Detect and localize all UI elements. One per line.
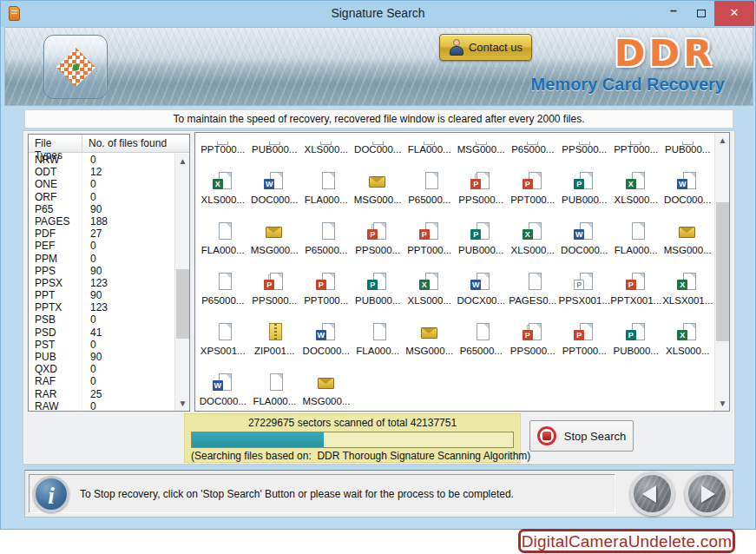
table-row[interactable]: PUB90 <box>29 351 174 363</box>
recovered-file-item[interactable]: PPPT000... <box>559 307 611 358</box>
table-row[interactable]: PST0 <box>29 339 174 351</box>
table-row[interactable]: RAR25 <box>29 388 174 400</box>
recovered-file-item[interactable]: PPS000... <box>559 133 611 156</box>
recovered-file-item[interactable]: MSG000... <box>300 358 352 408</box>
recovered-file-item[interactable]: DOC000... <box>352 133 404 156</box>
recovered-file-item[interactable]: MSG000... <box>456 133 508 156</box>
table-row[interactable]: RAF0 <box>29 375 174 387</box>
table-row[interactable]: P6590 <box>29 203 174 215</box>
recovered-file-item[interactable]: XXLS000... <box>197 156 249 207</box>
table-row[interactable]: PDF27 <box>29 228 174 240</box>
table-row[interactable]: PSB0 <box>29 313 174 326</box>
recovered-file-item[interactable]: PPT000... <box>197 133 249 156</box>
scroll-up-icon[interactable]: ▲ <box>715 133 730 148</box>
stop-search-button[interactable]: Stop Search <box>529 420 634 452</box>
brand-logo: DDR <box>587 31 743 75</box>
table-row[interactable]: PPT90 <box>29 289 174 301</box>
blank-file-icon <box>470 323 492 343</box>
recovered-file-item[interactable]: XXLSX001... <box>662 257 714 307</box>
maximize-button[interactable] <box>688 1 714 26</box>
recovered-file-item[interactable]: PPPS000... <box>456 156 508 207</box>
recovered-file-item[interactable]: P65000... <box>404 156 456 207</box>
recovered-file-item[interactable]: P65000... <box>507 133 559 156</box>
table-row[interactable]: QXD0 <box>29 363 174 375</box>
file-table-scrollbar[interactable]: ▲ ▼ <box>174 154 189 411</box>
recovered-file-item[interactable]: XXLS000... <box>610 156 662 207</box>
recovered-file-item[interactable]: WDOCX00... <box>456 257 508 307</box>
scroll-down-icon[interactable]: ▼ <box>175 396 190 411</box>
table-row[interactable]: PAGES188 <box>29 215 174 228</box>
recovered-file-item[interactable]: PPUB000... <box>352 257 404 307</box>
back-button[interactable] <box>630 472 674 516</box>
recovered-file-item[interactable]: PUB000... <box>662 133 714 156</box>
contact-us-button[interactable]: Contact us <box>439 34 532 61</box>
recovered-file-item[interactable]: PPPS000... <box>352 207 404 257</box>
scroll-down-icon[interactable]: ▼ <box>715 396 730 411</box>
table-row[interactable]: ONE0 <box>29 178 174 190</box>
recovered-file-item[interactable]: PUB000... <box>249 133 301 156</box>
recovered-file-item[interactable]: PPT000... <box>610 133 662 156</box>
recovered-file-item[interactable]: PPPS000... <box>249 257 301 307</box>
file-name-label: FLA000... <box>305 195 348 205</box>
recovered-file-item[interactable]: PPUB000... <box>456 207 508 257</box>
recovered-file-item[interactable]: WDOC000... <box>662 156 714 207</box>
table-row[interactable]: ODT12 <box>29 166 174 178</box>
scrollbar-thumb[interactable] <box>716 202 729 341</box>
minimize-button[interactable]: – <box>659 1 688 26</box>
scrollbar-thumb[interactable] <box>176 269 189 339</box>
scroll-up-icon[interactable]: ▲ <box>175 154 190 168</box>
recovered-file-item[interactable]: P65000... <box>197 257 249 307</box>
recovered-file-item[interactable]: PPUB000... <box>559 156 611 207</box>
recovered-file-item[interactable]: XXLS000... <box>404 257 456 307</box>
recovered-file-item[interactable]: XPS001... <box>197 307 249 358</box>
recovered-file-item[interactable]: FLA000... <box>249 358 301 408</box>
recovered-file-item[interactable]: PPUB000... <box>610 307 662 358</box>
recovered-file-item[interactable]: WDOC000... <box>197 358 249 408</box>
recovered-file-item[interactable]: WDOC000... <box>249 156 301 207</box>
recovered-file-item[interactable]: P65000... <box>456 307 508 358</box>
pps-file-icon: P <box>522 323 544 343</box>
progress-bar-fill <box>192 432 324 447</box>
files-found-cell: 0 <box>82 313 174 326</box>
recovered-file-item[interactable]: MSG000... <box>249 207 301 257</box>
files-panel-scrollbar[interactable]: ▲ ▼ <box>714 133 729 411</box>
table-row[interactable]: PPM0 <box>29 253 174 265</box>
recovered-file-item[interactable]: FLA000... <box>404 133 456 156</box>
content-groupbox: File Types No. of files found NRW0ODT12O… <box>23 130 735 465</box>
recovered-file-item[interactable]: PPPT000... <box>507 156 559 207</box>
recovered-file-item[interactable]: PAGES0... <box>507 257 559 307</box>
table-row[interactable]: PPTX123 <box>29 301 174 313</box>
table-row[interactable]: RAW0 <box>29 400 174 411</box>
table-row[interactable]: PSD41 <box>29 326 174 339</box>
recovered-file-item[interactable]: MSG000... <box>352 156 404 207</box>
contact-us-label: Contact us <box>469 41 523 54</box>
recovered-file-item[interactable]: FLA000... <box>300 156 352 207</box>
table-row[interactable]: PEF0 <box>29 240 174 252</box>
table-row[interactable]: PPSX123 <box>29 277 174 289</box>
recovered-file-item[interactable]: ZIP001... <box>249 307 301 358</box>
recovered-file-item[interactable]: PPPT000... <box>300 257 352 307</box>
next-button[interactable] <box>685 472 729 516</box>
recovered-file-item[interactable]: WDOC000... <box>300 307 352 358</box>
recovered-file-item[interactable]: PPPTX001... <box>610 257 662 307</box>
recovered-file-item[interactable]: XLS000... <box>300 133 352 156</box>
recovered-file-item[interactable]: PPPS000... <box>507 307 559 358</box>
column-header-file-types[interactable]: File Types <box>29 135 82 152</box>
table-row[interactable]: NRW0 <box>29 154 174 166</box>
recovered-file-item[interactable]: WDOC000... <box>559 207 611 257</box>
recovered-file-item[interactable]: P65000... <box>300 207 352 257</box>
table-row[interactable]: ORF0 <box>29 191 174 203</box>
recovered-file-item[interactable]: PPPT000... <box>404 207 456 257</box>
recovered-file-item[interactable]: XXLS000... <box>507 207 559 257</box>
column-header-files-found[interactable]: No. of files found <box>82 135 189 152</box>
recovered-file-item[interactable]: MSG000... <box>404 307 456 358</box>
table-row[interactable]: PPS90 <box>29 265 174 277</box>
doc-file-icon: W <box>470 273 492 293</box>
recovered-file-item[interactable]: FLA000... <box>610 207 662 257</box>
recovered-file-item[interactable]: MSG000... <box>662 207 714 257</box>
recovered-file-item[interactable]: FLA000... <box>197 207 249 257</box>
recovered-file-item[interactable]: PPPSX001... <box>559 257 611 307</box>
recovered-file-item[interactable]: FLA000... <box>352 307 404 358</box>
recovered-file-item[interactable]: XXLS000... <box>662 307 714 358</box>
close-button[interactable]: ✕ <box>714 1 754 26</box>
